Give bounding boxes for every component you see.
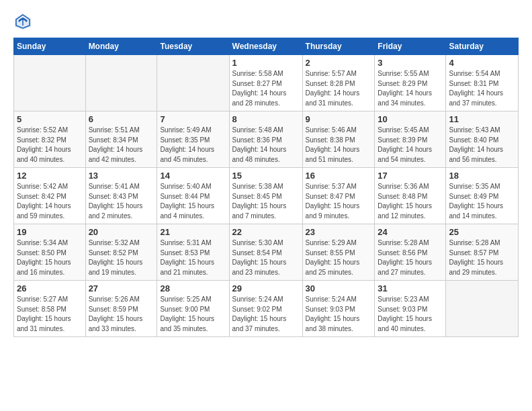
calendar-cell (14, 55, 86, 111)
day-number: 8 (232, 114, 300, 124)
day-number: 12 (17, 171, 83, 181)
day-number: 9 (306, 114, 372, 124)
day-info: Sunrise: 5:51 AMSunset: 8:34 PMDaylight:… (89, 126, 154, 165)
day-header-thursday: Thursday (302, 38, 375, 55)
calendar-cell: 12Sunrise: 5:42 AMSunset: 8:42 PMDayligh… (14, 168, 86, 224)
day-number: 11 (449, 114, 515, 124)
day-number: 4 (449, 58, 515, 68)
day-info: Sunrise: 5:49 AMSunset: 8:35 PMDaylight:… (160, 126, 226, 165)
day-number: 18 (449, 171, 515, 181)
day-info: Sunrise: 5:58 AMSunset: 8:27 PMDaylight:… (232, 69, 300, 108)
day-info: Sunrise: 5:32 AMSunset: 8:52 PMDaylight:… (89, 238, 154, 277)
day-info: Sunrise: 5:40 AMSunset: 8:44 PMDaylight:… (160, 182, 226, 221)
day-number: 13 (89, 171, 154, 181)
day-info: Sunrise: 5:57 AMSunset: 8:28 PMDaylight:… (306, 69, 372, 108)
week-row-2: 5Sunrise: 5:52 AMSunset: 8:32 PMDaylight… (14, 111, 519, 168)
week-row-1: 1Sunrise: 5:58 AMSunset: 8:27 PMDaylight… (14, 55, 519, 111)
calendar-cell: 27Sunrise: 5:26 AMSunset: 8:59 PMDayligh… (85, 281, 157, 337)
day-number: 3 (378, 58, 443, 68)
day-info: Sunrise: 5:52 AMSunset: 8:32 PMDaylight:… (17, 126, 83, 165)
calendar-cell (157, 55, 229, 111)
calendar-cell: 24Sunrise: 5:28 AMSunset: 8:56 PMDayligh… (375, 224, 446, 281)
calendar-cell (446, 281, 519, 337)
calendar-cell: 19Sunrise: 5:34 AMSunset: 8:50 PMDayligh… (14, 224, 86, 281)
day-header-monday: Monday (85, 38, 157, 55)
day-info: Sunrise: 5:41 AMSunset: 8:43 PMDaylight:… (89, 182, 154, 221)
day-number: 19 (17, 227, 83, 237)
calendar-cell: 6Sunrise: 5:51 AMSunset: 8:34 PMDaylight… (85, 111, 157, 168)
logo-icon (13, 12, 32, 31)
day-number: 14 (160, 171, 226, 181)
day-header-tuesday: Tuesday (157, 38, 229, 55)
calendar-cell: 29Sunrise: 5:24 AMSunset: 9:02 PMDayligh… (229, 281, 302, 337)
calendar-cell: 28Sunrise: 5:25 AMSunset: 9:00 PMDayligh… (157, 281, 229, 337)
calendar-cell: 8Sunrise: 5:48 AMSunset: 8:36 PMDaylight… (229, 111, 302, 168)
day-info: Sunrise: 5:34 AMSunset: 8:50 PMDaylight:… (17, 238, 83, 277)
day-header-sunday: Sunday (14, 38, 86, 55)
day-info: Sunrise: 5:28 AMSunset: 8:56 PMDaylight:… (378, 238, 443, 277)
day-number: 28 (160, 283, 226, 293)
day-info: Sunrise: 5:46 AMSunset: 8:38 PMDaylight:… (306, 126, 372, 165)
week-row-4: 19Sunrise: 5:34 AMSunset: 8:50 PMDayligh… (14, 224, 519, 281)
calendar-cell: 21Sunrise: 5:31 AMSunset: 8:53 PMDayligh… (157, 224, 229, 281)
day-number: 31 (378, 283, 443, 293)
day-info: Sunrise: 5:28 AMSunset: 8:57 PMDaylight:… (449, 238, 515, 277)
calendar-cell: 17Sunrise: 5:36 AMSunset: 8:48 PMDayligh… (375, 168, 446, 224)
header (13, 11, 519, 31)
day-info: Sunrise: 5:37 AMSunset: 8:47 PMDaylight:… (306, 182, 372, 221)
calendar-cell: 20Sunrise: 5:32 AMSunset: 8:52 PMDayligh… (85, 224, 157, 281)
day-number: 26 (17, 283, 83, 293)
calendar-cell: 4Sunrise: 5:54 AMSunset: 8:31 PMDaylight… (446, 55, 519, 111)
day-number: 23 (306, 227, 372, 237)
calendar-cell: 1Sunrise: 5:58 AMSunset: 8:27 PMDaylight… (229, 55, 302, 111)
calendar-cell: 3Sunrise: 5:55 AMSunset: 8:29 PMDaylight… (375, 55, 446, 111)
day-number: 30 (306, 283, 372, 293)
day-number: 1 (232, 58, 300, 68)
day-info: Sunrise: 5:31 AMSunset: 8:53 PMDaylight:… (160, 238, 226, 277)
calendar-cell: 26Sunrise: 5:27 AMSunset: 8:58 PMDayligh… (14, 281, 86, 337)
day-number: 5 (17, 114, 83, 124)
calendar-cell: 5Sunrise: 5:52 AMSunset: 8:32 PMDaylight… (14, 111, 86, 168)
week-row-3: 12Sunrise: 5:42 AMSunset: 8:42 PMDayligh… (14, 168, 519, 224)
day-info: Sunrise: 5:43 AMSunset: 8:40 PMDaylight:… (449, 126, 515, 165)
calendar-cell: 7Sunrise: 5:49 AMSunset: 8:35 PMDaylight… (157, 111, 229, 168)
day-number: 20 (89, 227, 154, 237)
day-number: 6 (89, 114, 154, 124)
day-number: 22 (232, 227, 300, 237)
day-number: 27 (89, 283, 154, 293)
day-number: 25 (449, 227, 515, 237)
day-number: 24 (378, 227, 443, 237)
day-info: Sunrise: 5:42 AMSunset: 8:42 PMDaylight:… (17, 182, 83, 221)
day-header-wednesday: Wednesday (229, 38, 302, 55)
day-info: Sunrise: 5:35 AMSunset: 8:49 PMDaylight:… (449, 182, 515, 221)
day-info: Sunrise: 5:30 AMSunset: 8:54 PMDaylight:… (232, 238, 300, 277)
calendar-cell: 22Sunrise: 5:30 AMSunset: 8:54 PMDayligh… (229, 224, 302, 281)
calendar-header-row: SundayMondayTuesdayWednesdayThursdayFrid… (14, 38, 519, 55)
day-info: Sunrise: 5:55 AMSunset: 8:29 PMDaylight:… (378, 69, 443, 108)
day-info: Sunrise: 5:26 AMSunset: 8:59 PMDaylight:… (89, 295, 154, 334)
calendar-cell: 2Sunrise: 5:57 AMSunset: 8:28 PMDaylight… (302, 55, 375, 111)
calendar-cell: 10Sunrise: 5:45 AMSunset: 8:39 PMDayligh… (375, 111, 446, 168)
day-info: Sunrise: 5:54 AMSunset: 8:31 PMDaylight:… (449, 69, 515, 108)
calendar-cell: 25Sunrise: 5:28 AMSunset: 8:57 PMDayligh… (446, 224, 519, 281)
day-info: Sunrise: 5:24 AMSunset: 9:02 PMDaylight:… (232, 295, 300, 334)
week-row-5: 26Sunrise: 5:27 AMSunset: 8:58 PMDayligh… (14, 281, 519, 337)
day-info: Sunrise: 5:24 AMSunset: 9:03 PMDaylight:… (306, 295, 372, 334)
calendar-cell: 14Sunrise: 5:40 AMSunset: 8:44 PMDayligh… (157, 168, 229, 224)
calendar-cell: 13Sunrise: 5:41 AMSunset: 8:43 PMDayligh… (85, 168, 157, 224)
page: SundayMondayTuesdayWednesdayThursdayFrid… (0, 0, 532, 411)
day-info: Sunrise: 5:27 AMSunset: 8:58 PMDaylight:… (17, 295, 83, 334)
day-number: 16 (306, 171, 372, 181)
day-number: 10 (378, 114, 443, 124)
calendar-cell: 15Sunrise: 5:38 AMSunset: 8:45 PMDayligh… (229, 168, 302, 224)
day-number: 2 (306, 58, 372, 68)
calendar-cell: 30Sunrise: 5:24 AMSunset: 9:03 PMDayligh… (302, 281, 375, 337)
day-number: 21 (160, 227, 226, 237)
day-number: 29 (232, 283, 300, 293)
day-header-saturday: Saturday (446, 38, 519, 55)
day-info: Sunrise: 5:29 AMSunset: 8:55 PMDaylight:… (306, 238, 372, 277)
day-number: 17 (378, 171, 443, 181)
calendar-cell: 9Sunrise: 5:46 AMSunset: 8:38 PMDaylight… (302, 111, 375, 168)
calendar-cell: 18Sunrise: 5:35 AMSunset: 8:49 PMDayligh… (446, 168, 519, 224)
calendar: SundayMondayTuesdayWednesdayThursdayFrid… (13, 38, 519, 337)
